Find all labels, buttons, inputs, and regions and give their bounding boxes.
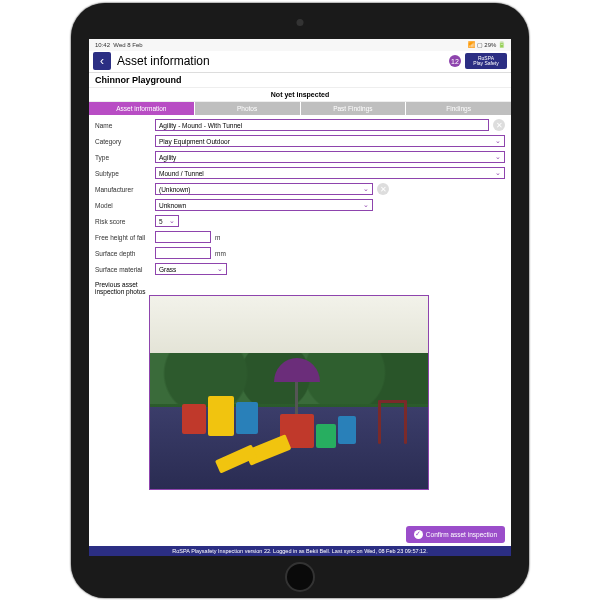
asset-form: Name Agility - Mound - With Tunnel ✕ Cat… <box>89 115 511 281</box>
chevron-down-icon: ⌄ <box>217 265 223 273</box>
chevron-down-icon: ⌄ <box>363 201 369 209</box>
chevron-left-icon: ‹ <box>100 54 104 68</box>
statusbar-battery: 📶 ▢ 29% 🔋 <box>468 41 505 48</box>
material-select[interactable]: Grass⌄ <box>155 263 227 275</box>
name-field[interactable]: Agility - Mound - With Tunnel <box>155 119 489 131</box>
label-category: Category <box>95 138 155 145</box>
risk-select[interactable]: 5⌄ <box>155 215 179 227</box>
check-circle-icon: ✓ <box>414 530 423 539</box>
confirm-label: Confirm asset inspection <box>426 531 497 538</box>
manufacturer-select[interactable]: (Unknown)⌄ <box>155 183 373 195</box>
subtype-select[interactable]: Mound / Tunnel⌄ <box>155 167 505 179</box>
tab-photos[interactable]: Photos <box>195 102 300 115</box>
label-model: Model <box>95 202 155 209</box>
model-select[interactable]: Unknown⌄ <box>155 199 373 211</box>
label-risk: Risk score <box>95 218 155 225</box>
tab-bar: Asset information Photos Past Findings F… <box>89 102 511 115</box>
label-subtype: Subtype <box>95 170 155 177</box>
chevron-down-icon: ⌄ <box>363 185 369 193</box>
freefall-field[interactable] <box>155 231 211 243</box>
label-name: Name <box>95 122 155 129</box>
content-area: Name Agility - Mound - With Tunnel ✕ Cat… <box>89 115 511 556</box>
inspection-status: Not yet inspected <box>89 88 511 102</box>
rospa-logo: RoSPAPlay Safety <box>465 53 507 69</box>
chevron-down-icon: ⌄ <box>495 169 501 177</box>
label-manufacturer: Manufacturer <box>95 186 155 193</box>
footer-status: RoSPA Playsafety Inspection version 22. … <box>89 546 511 556</box>
unit-mm: mm <box>215 250 226 257</box>
tab-asset-information[interactable]: Asset information <box>89 102 194 115</box>
asset-subheader: Chinnor Playground <box>89 73 511 88</box>
depth-field[interactable] <box>155 247 211 259</box>
tablet-frame: 10:42 Wed 8 Feb 📶 ▢ 29% 🔋 ‹ Asset inform… <box>71 3 529 598</box>
label-type: Type <box>95 154 155 161</box>
confirm-inspection-button[interactable]: ✓ Confirm asset inspection <box>406 526 505 543</box>
label-photos: Previous asset inspection photos <box>95 281 157 295</box>
app-header: ‹ Asset information 12 RoSPAPlay Safety <box>89 51 511 73</box>
unit-m: m <box>215 234 220 241</box>
tablet-camera <box>297 19 304 26</box>
asset-name: Chinnor Playground <box>95 75 182 85</box>
tab-past-findings[interactable]: Past Findings <box>301 102 406 115</box>
tab-findings[interactable]: Findings <box>406 102 511 115</box>
type-select[interactable]: Agility⌄ <box>155 151 505 163</box>
screen: 10:42 Wed 8 Feb 📶 ▢ 29% 🔋 ‹ Asset inform… <box>89 39 511 556</box>
chevron-down-icon: ⌄ <box>169 217 175 225</box>
page-title: Asset information <box>117 54 449 68</box>
close-icon: ✕ <box>380 185 387 194</box>
category-select[interactable]: Play Equipment Outdoor⌄ <box>155 135 505 147</box>
count-badge: 12 <box>449 55 461 67</box>
chevron-down-icon: ⌄ <box>495 137 501 145</box>
close-icon: ✕ <box>496 121 503 130</box>
label-freefall: Free height of fall <box>95 234 155 241</box>
home-button[interactable] <box>285 562 315 592</box>
label-depth: Surface depth <box>95 250 155 257</box>
chevron-down-icon: ⌄ <box>495 153 501 161</box>
label-material: Surface material <box>95 266 155 273</box>
statusbar-time: 10:42 Wed 8 Feb <box>95 42 143 48</box>
clear-manufacturer-button[interactable]: ✕ <box>377 183 389 195</box>
clear-name-button[interactable]: ✕ <box>493 119 505 131</box>
ios-statusbar: 10:42 Wed 8 Feb 📶 ▢ 29% 🔋 <box>89 39 511 51</box>
inspection-photo[interactable] <box>149 295 429 490</box>
back-button[interactable]: ‹ <box>93 52 111 70</box>
